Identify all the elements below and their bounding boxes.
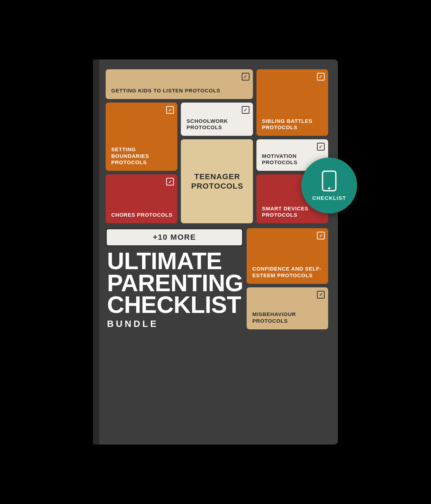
more-badge: +10 MORE	[106, 228, 243, 246]
card-boundaries: ✓ SETTING BOUNDARIES PROTOCOLS	[106, 103, 177, 171]
bottom-section: +10 MORE ULTIMATEPARENTINGCHECKLIST BUND…	[106, 228, 328, 329]
bundle-label: BUNDLE	[107, 318, 243, 329]
check-confidence: ✓	[317, 232, 325, 239]
card-confidence-label: CONFIDENCE AND SELF-ESTEEM PROTOCOLS	[252, 266, 323, 279]
badge-label: CHECKLIST	[312, 195, 346, 201]
card-teenager-label: TEENAGER PROTOCOLS	[186, 172, 248, 191]
card-chores-label: CHORES PROTOCOLS	[111, 212, 172, 218]
check-boundaries: ✓	[166, 106, 174, 114]
check-chores: ✓	[166, 178, 174, 186]
card-misbehaviour: ✓ MISBEHAVIOUR PROTOCOLS	[247, 287, 328, 329]
card-getting-kids: ✓ GETTING KIDS TO LISTEN PROTOCOLS	[106, 69, 253, 99]
card-getting-kids-label: GETTING KIDS TO LISTEN PROTOCOLS	[111, 88, 248, 94]
checklist-badge: CHECKLIST	[301, 158, 357, 214]
card-chores: ✓ CHORES PROTOCOLS	[106, 174, 177, 223]
check-sibling: ✓	[317, 73, 325, 80]
check-motivation: ✓	[317, 143, 325, 150]
phone-icon	[321, 170, 338, 193]
bottom-left: +10 MORE ULTIMATEPARENTINGCHECKLIST BUND…	[106, 228, 243, 329]
card-schoolwork-label: SCHOOLWORK PROTOCOLS	[186, 118, 248, 131]
card-boundaries-label: SETTING BOUNDARIES PROTOCOLS	[111, 146, 172, 166]
title-line1: ULTIMATEPARENTINGCHECKLIST	[107, 250, 243, 316]
card-confidence: ✓ CONFIDENCE AND SELF-ESTEEM PROTOCOLS	[247, 228, 328, 284]
book-title: ULTIMATEPARENTINGCHECKLIST BUNDLE	[106, 250, 243, 329]
card-misbehaviour-label: MISBEHAVIOUR PROTOCOLS	[252, 311, 323, 324]
book-spine	[93, 59, 99, 444]
svg-point-1	[328, 187, 330, 189]
card-teenager: TEENAGER PROTOCOLS	[181, 139, 253, 223]
book-cover: ✓ GETTING KIDS TO LISTEN PROTOCOLS ✓ SIB…	[93, 59, 338, 444]
check-getting-kids: ✓	[242, 73, 249, 80]
check-schoolwork: ✓	[242, 106, 249, 114]
card-schoolwork: ✓ SCHOOLWORK PROTOCOLS	[181, 103, 253, 136]
card-sibling: ✓ SIBLING BATTLES PROTOCOLS	[256, 69, 328, 136]
card-sibling-label: SIBLING BATTLES PROTOCOLS	[262, 118, 323, 131]
bottom-right: ✓ CONFIDENCE AND SELF-ESTEEM PROTOCOLS ✓…	[247, 228, 328, 329]
check-misbehaviour: ✓	[317, 291, 325, 299]
book-cover-wrapper: ✓ GETTING KIDS TO LISTEN PROTOCOLS ✓ SIB…	[93, 59, 338, 444]
protocol-grid: ✓ GETTING KIDS TO LISTEN PROTOCOLS ✓ SIB…	[106, 69, 328, 223]
